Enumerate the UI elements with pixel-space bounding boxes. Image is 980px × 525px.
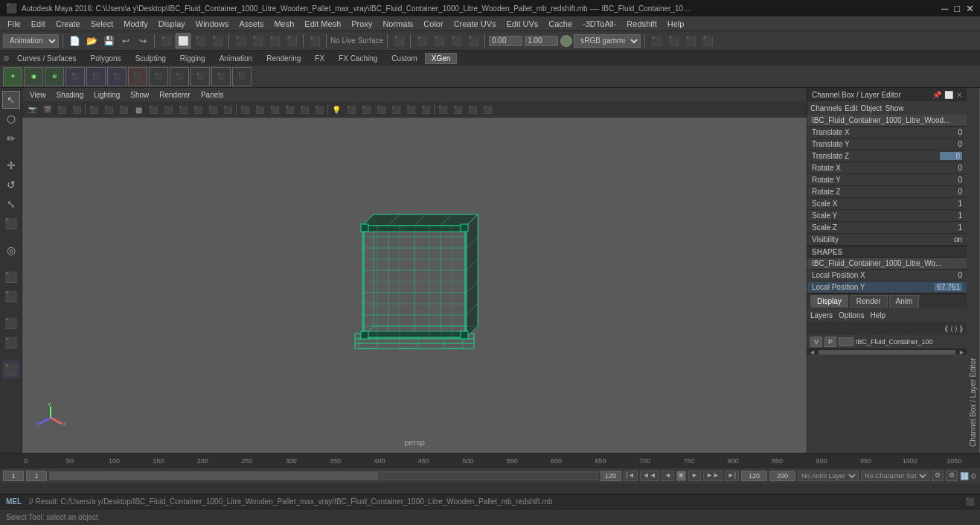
ipr-render-icon[interactable]: ⬛ [432,34,446,48]
cb-menu-show[interactable]: Show [885,104,903,112]
select-by-object-icon[interactable]: ⬜ [176,34,190,48]
redo-icon[interactable]: ↪ [135,34,150,48]
vp-toggle-icon[interactable]: ⬛ [70,103,83,116]
vp-isolate-icon[interactable]: ⬛ [117,103,130,116]
char-set-select[interactable]: No Character Set [861,471,929,481]
layer-scroll-right-icon[interactable]: ► [957,349,967,356]
channel-local-pos-y[interactable]: Local Position Y 67.761 [807,281,967,293]
display-settings3-icon[interactable]: ⬛ [683,34,698,48]
layers-menu-options[interactable]: Options [839,311,864,319]
menu-edit[interactable]: Edit [27,19,50,29]
range-end-input[interactable] [601,471,621,481]
close-button[interactable]: ✕ [966,3,974,14]
channel-scale-y[interactable]: Scale Y 1 [807,210,967,222]
attribute-editor-tab[interactable]: Channel Box / Layer Editor [967,88,980,453]
shelf-tab-polygons[interactable]: Polygons [83,53,127,64]
menu-create[interactable]: Create [51,19,85,29]
soft-mod-icon[interactable]: ⬛ [307,34,322,48]
layer-scrollbar[interactable] [819,350,955,354]
step-forward-button[interactable]: ►► [703,471,723,481]
channel-visibility[interactable]: Visibility on [807,234,967,246]
channel-value-vis[interactable]: on [940,235,962,244]
shelf-icon-5[interactable]: ⬛ [86,67,106,86]
menu-mesh[interactable]: Mesh [269,19,298,29]
vp-deform-icon[interactable]: ⬛ [313,103,326,116]
vp-effects-icon[interactable]: ⬛ [404,103,417,116]
current-frame-input[interactable] [26,471,47,481]
vp-motion-icon[interactable]: ⬛ [374,103,388,116]
cb-menu-channels[interactable]: Channels [810,104,842,112]
vp-clip-icon[interactable]: ⬛ [481,103,494,116]
shelf-icon-11[interactable]: ⬛ [211,67,231,86]
timeline-ruler[interactable]: 0 50 100 150 200 250 300 350 400 450 500… [0,454,980,468]
menu-3dtoall[interactable]: -3DToAll- [578,19,621,29]
select-by-component-icon[interactable]: ⬛ [193,34,208,48]
shelf-tab-animation[interactable]: Animation [213,53,259,64]
show-manipulator-icon[interactable]: ⬛ [2,268,20,286]
play-back-button[interactable]: ◄ [662,471,674,481]
channel-translate-x[interactable]: Translate X 0 [807,127,967,139]
vp-resolution-icon[interactable]: ⬛ [161,103,175,116]
menu-proxy[interactable]: Proxy [347,19,377,29]
jump-start-button[interactable]: |◄ [624,471,638,481]
viewport-menu-shading[interactable]: Shading [52,90,89,100]
menu-normals[interactable]: Normals [378,19,417,29]
shelf-icon-7[interactable]: ⬛ [128,67,147,86]
vp-exposure-icon[interactable]: ⬛ [451,103,464,116]
vp-hud-icon[interactable]: ⬛ [419,103,432,116]
vp-dof-icon[interactable]: ⬛ [389,103,403,116]
vp-mask-icon[interactable]: ⬛ [176,103,190,116]
menu-edit-mesh[interactable]: Edit Mesh [300,19,345,29]
menu-display[interactable]: Display [154,19,190,29]
channel-value-lpx[interactable]: 0 [940,271,962,279]
last-tool-icon[interactable]: ⬛ [2,214,20,232]
snap-to-point-icon[interactable]: ⬛ [267,34,282,48]
menu-redshift[interactable]: Redshift [622,19,661,29]
shelf-icon-6[interactable]: ⬛ [107,67,126,86]
animation-mode-select[interactable]: Animation [3,34,59,48]
render-current-icon[interactable]: ⬛ [449,34,464,48]
channel-rotate-x[interactable]: Rotate X 0 [807,162,967,174]
minimize-button[interactable]: ─ [941,3,948,14]
soft-select-icon[interactable]: ◎ [2,241,20,259]
viewport-menu-show[interactable]: Show [126,90,153,100]
display-settings4-icon[interactable]: ⬛ [700,34,715,48]
channel-value-sz[interactable]: 1 [940,223,962,232]
display-tab-render[interactable]: Render [850,295,888,308]
titlebar-right[interactable]: ─ □ ✕ [941,3,974,14]
channel-value-sy[interactable]: 1 [940,211,962,220]
channel-local-pos-x[interactable]: Local Position X 0 [807,270,967,281]
cb-menu-object[interactable]: Object [861,104,883,112]
vp-light-icon[interactable]: 💡 [330,103,343,116]
menu-windows[interactable]: Windows [191,19,234,29]
channel-value-ry[interactable]: 0 [940,176,962,184]
vp-sync-icon[interactable]: ⬛ [55,103,68,116]
vp-film-icon[interactable]: 🎬 [40,103,54,116]
preferences-icon[interactable]: ⚙ [970,472,977,480]
shelf-icon-2[interactable]: ◉ [24,67,43,86]
render-sequence-icon[interactable]: ⬛ [466,34,481,48]
layers-menu-help[interactable]: Help [870,311,885,319]
xgen-icon[interactable]: ⬛ [2,360,20,378]
custom-tool-icon[interactable]: ⬛ [2,287,20,305]
shelf-tab-sculpting[interactable]: Sculpting [129,53,173,64]
anim-options-button[interactable]: ⚙ [932,471,944,481]
layer-v-button[interactable]: V [810,337,822,347]
stop-button[interactable]: ■ [676,471,686,481]
menu-modify[interactable]: Modify [119,19,152,29]
channel-value-sx[interactable]: 1 [940,200,962,208]
vp-subdiv2-icon[interactable]: ⬛ [298,103,311,116]
shelf-icon-12[interactable]: ⬛ [232,67,252,86]
channel-value-lpy[interactable]: 67.761 [935,283,962,291]
layer-scroll-left-icon[interactable]: ◄ [807,349,817,356]
shelf-tab-fx-caching[interactable]: FX Caching [332,53,384,64]
vp-xray-icon[interactable]: ⬛ [221,103,234,116]
layer-nav-right2-icon[interactable]: ⟫ [959,325,964,333]
time-range-slider[interactable] [49,471,598,480]
snap-to-grid-icon[interactable]: ⬛ [233,34,248,48]
maximize-button[interactable]: □ [954,3,960,14]
playback-end-input[interactable] [741,471,767,481]
display-settings2-icon[interactable]: ⬛ [666,34,681,48]
shelf-tab-xgen[interactable]: XGen [425,53,458,64]
color-space-selector[interactable]: sRGB gamma [560,34,641,48]
